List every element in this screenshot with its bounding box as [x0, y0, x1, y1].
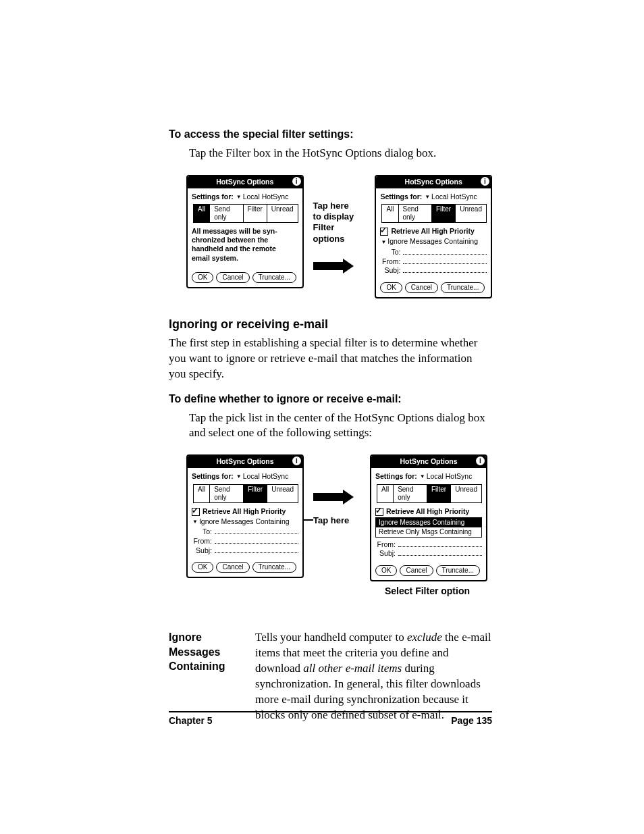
cancel-button[interactable]: Cancel [216, 562, 249, 573]
settings-for-value[interactable]: Local HotSync [243, 192, 289, 201]
ok-button[interactable]: OK [375, 565, 397, 576]
settings-for-value[interactable]: Local HotSync [427, 472, 473, 480]
ok-button[interactable]: OK [192, 562, 213, 573]
tab-unread[interactable]: Unread [267, 485, 298, 502]
to-label: To: [380, 248, 400, 257]
chevron-down-icon[interactable]: ▼ [236, 194, 242, 201]
arrow-right-icon [313, 492, 354, 502]
subj-field[interactable] [398, 549, 482, 556]
annotation-line: Tap here [313, 201, 366, 211]
chevron-down-icon[interactable]: ▼ [381, 239, 386, 246]
from-label: From: [380, 257, 400, 266]
tab-all[interactable]: All [377, 485, 394, 502]
settings-for-value[interactable]: Local HotSync [431, 192, 477, 201]
tab-group: All Send only Filter Unread [377, 484, 482, 503]
retrieve-label: Retrieve All High Priority [386, 507, 469, 515]
annotation-line: Filter [313, 222, 366, 233]
truncate-button[interactable]: Truncate... [441, 282, 485, 293]
def-italic: all other e-mail items [303, 662, 402, 675]
ok-button[interactable]: OK [380, 282, 402, 293]
step-text-1: Tap the Filter box in the HotSync Option… [189, 146, 492, 161]
settings-for-line: Settings for: ▼Local HotSync [375, 472, 482, 481]
tab-filter[interactable]: Filter [432, 205, 456, 222]
tab-unread[interactable]: Unread [267, 205, 298, 222]
from-label: From: [192, 537, 212, 546]
annotation-line: to display [313, 211, 366, 222]
truncate-button[interactable]: Truncate... [436, 565, 480, 576]
info-icon[interactable]: i [292, 457, 301, 465]
checkbox-checked-icon[interactable] [380, 228, 388, 236]
step-text-2: Tap the pick list in the center of the H… [189, 411, 492, 442]
procedure-heading-2: To define whether to ignore or receive e… [169, 393, 492, 405]
tab-all[interactable]: All [194, 205, 210, 222]
settings-for-label: Settings for: [192, 472, 234, 480]
figure-annotation-2: Tap here [313, 454, 360, 515]
tab-unread[interactable]: Unread [451, 485, 481, 502]
tab-send-only[interactable]: Send only [210, 205, 243, 222]
chevron-down-icon[interactable]: ▼ [425, 194, 430, 201]
cancel-button[interactable]: Cancel [216, 272, 249, 283]
cancel-button[interactable]: Cancel [400, 565, 433, 576]
figure-row-1: HotSync Options i Settings for: ▼Local H… [186, 175, 492, 298]
checkbox-checked-icon[interactable] [192, 508, 200, 516]
from-field[interactable] [215, 537, 298, 544]
page-footer: Chapter 5 Page 135 [169, 711, 492, 726]
tab-send-only[interactable]: Send only [210, 485, 244, 502]
tab-group: All Send only Filter Unread [381, 204, 487, 223]
tab-filter[interactable]: Filter [244, 205, 267, 222]
ok-button[interactable]: OK [192, 272, 213, 283]
section-paragraph: The first step in establishing a special… [169, 336, 492, 382]
subj-label: Subj: [380, 266, 400, 275]
popup-option-ignore[interactable]: Ignore Messages Containing [376, 518, 481, 527]
tab-all[interactable]: All [194, 485, 210, 502]
truncate-button[interactable]: Truncate... [252, 272, 296, 283]
def-italic: exclude [407, 631, 442, 644]
picklist-value: Ignore Messages Containing [387, 237, 478, 245]
palm-titlebar: HotSync Options i [188, 176, 302, 188]
figure-annotation-1: Tap here to display Filter options [313, 175, 366, 271]
from-label: From: [375, 540, 396, 549]
ignore-picklist[interactable]: ▼Ignore Messages Containing [192, 517, 298, 526]
tab-group: All Send only Filter Unread [193, 484, 298, 503]
tab-unread[interactable]: Unread [456, 205, 486, 222]
annotation-text: Tap here [313, 515, 349, 525]
to-field[interactable] [403, 248, 487, 255]
retrieve-high-priority-checkbox[interactable]: Retrieve All High Priority [375, 507, 482, 516]
chevron-down-icon[interactable]: ▼ [236, 473, 242, 480]
tab-group: All Send only Filter Unread [193, 204, 298, 223]
filter-popup-list[interactable]: Ignore Messages Containing Retrieve Only… [375, 517, 482, 538]
tab-all[interactable]: All [382, 205, 398, 222]
info-icon[interactable]: i [476, 457, 485, 465]
info-icon[interactable]: i [481, 177, 489, 186]
from-field[interactable] [398, 540, 482, 547]
subj-field[interactable] [215, 546, 298, 553]
from-field[interactable] [403, 257, 487, 264]
tab-filter[interactable]: Filter [244, 485, 267, 502]
retrieve-high-priority-checkbox[interactable]: Retrieve All High Priority [192, 507, 298, 516]
settings-for-label: Settings for: [375, 472, 417, 480]
tab-send-only[interactable]: Send only [394, 485, 427, 502]
picklist-value: Ignore Messages Containing [199, 517, 290, 525]
palm-title: HotSync Options [216, 457, 273, 465]
procedure-heading-1: To access the special filter settings: [169, 128, 492, 140]
retrieve-high-priority-checkbox[interactable]: Retrieve All High Priority [380, 227, 487, 236]
footer-page: Page 135 [451, 715, 492, 726]
checkbox-checked-icon[interactable] [375, 508, 383, 516]
subj-label: Subj: [375, 549, 396, 558]
cancel-button[interactable]: Cancel [405, 282, 438, 293]
chevron-down-icon[interactable]: ▼ [192, 519, 198, 525]
tab-send-only[interactable]: Send only [399, 205, 432, 222]
ignore-picklist[interactable]: ▼Ignore Messages Containing [380, 237, 487, 246]
truncate-button[interactable]: Truncate... [252, 562, 296, 573]
settings-for-line: Settings for: ▼Local HotSync [192, 472, 298, 481]
to-field[interactable] [215, 527, 298, 534]
annotation-line: options [313, 234, 366, 244]
info-icon[interactable]: i [292, 177, 301, 186]
palm-screen-filter-closed: HotSync Options i Settings for: ▼Local H… [186, 454, 304, 578]
tab-filter[interactable]: Filter [427, 485, 451, 502]
chevron-down-icon[interactable]: ▼ [420, 473, 425, 480]
settings-for-value[interactable]: Local HotSync [243, 472, 289, 480]
popup-option-retrieve[interactable]: Retrieve Only Msgs Containing [376, 527, 481, 537]
subj-field[interactable] [403, 266, 487, 273]
figure-caption: Select Filter option [169, 585, 492, 596]
